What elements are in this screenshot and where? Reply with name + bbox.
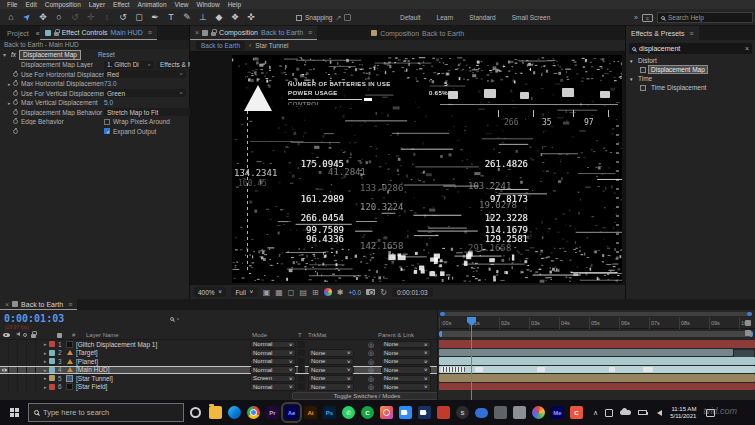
pick-whip-icon[interactable]: ◎ — [368, 349, 374, 356]
pick-whip-icon[interactable]: ◎ — [368, 366, 374, 373]
panel-menu-icon[interactable]: ≡ — [308, 29, 312, 36]
menu-item[interactable]: Composition — [41, 0, 85, 9]
blue-pill-app-icon[interactable] — [475, 408, 488, 418]
after-effects-icon[interactable]: Ae — [285, 406, 298, 419]
type-tool[interactable]: T — [164, 9, 178, 25]
video-toggle[interactable] — [0, 374, 9, 383]
solo-toggle[interactable] — [18, 340, 27, 349]
effects-search-box[interactable]: displacement × — [629, 43, 752, 54]
premiere-icon[interactable]: Pr — [266, 406, 279, 419]
stopwatch-icon[interactable] — [13, 110, 18, 115]
show-snapshot-icon[interactable]: ↻ — [380, 288, 387, 297]
lock-icon[interactable] — [54, 32, 59, 36]
layer-name[interactable]: [Star Field] — [76, 383, 107, 390]
toggle-switches-modes-button[interactable]: Toggle Switches / Modes — [292, 392, 442, 400]
layer-marker[interactable] — [609, 367, 615, 372]
property-value[interactable]: 73.0 — [104, 80, 117, 87]
snapping-checkbox[interactable] — [296, 15, 302, 21]
start-button[interactable] — [0, 408, 28, 417]
file-explorer-icon[interactable] — [209, 406, 222, 419]
lock-toggle[interactable] — [27, 374, 36, 383]
time-ruler[interactable]: :00s 01s 02s 03s 04s 05s 06s 07s 08s — [438, 317, 755, 329]
label-column-icon[interactable] — [57, 333, 62, 338]
layer-duration-bar[interactable] — [439, 374, 755, 382]
tab-composition-inactive[interactable]: Composition Back to Earth — [365, 30, 470, 37]
preserve-transparency-toggle[interactable] — [298, 349, 305, 356]
region-of-interest-icon[interactable]: ▤ — [299, 288, 307, 297]
roto-brush-tool[interactable]: ❖ — [228, 9, 242, 25]
preserve-transparency-toggle[interactable] — [298, 375, 305, 382]
layer-duration-bar[interactable] — [439, 340, 755, 348]
photos-icon[interactable] — [380, 406, 393, 419]
lock-toggle[interactable] — [27, 349, 36, 358]
sphere-app-icon[interactable]: S — [456, 406, 469, 419]
solo-toggle[interactable] — [18, 383, 27, 392]
audio-toggle[interactable] — [9, 367, 18, 374]
layer-name[interactable]: [Glitch Displacement Map 1] — [76, 341, 157, 348]
lock-toggle[interactable] — [27, 367, 36, 374]
index-column-header[interactable]: # — [72, 332, 75, 338]
parent-dropdown[interactable]: None∨ — [381, 366, 431, 374]
puppet-pin-tool[interactable]: ✜ — [244, 9, 258, 25]
audio-toggle[interactable] — [9, 383, 18, 392]
resolution-dropdown[interactable]: Full∨ — [231, 287, 257, 297]
tab-project[interactable]: Project — [0, 30, 36, 37]
layer-duration-bar[interactable] — [439, 383, 755, 391]
workspace-tab[interactable]: Small Screen — [512, 14, 551, 21]
stopwatch-icon[interactable] — [13, 72, 18, 77]
workspace-bar-icon[interactable]: ≡ — [642, 14, 653, 22]
stopwatch-icon[interactable] — [13, 119, 18, 124]
pan-camera-tool[interactable]: ✛ — [84, 9, 98, 25]
pick-whip-icon[interactable]: ◎ — [368, 341, 374, 348]
blend-mode-dropdown[interactable]: Normal∨ — [250, 341, 296, 349]
pick-whip-icon[interactable]: ◎ — [368, 375, 374, 382]
pick-whip-icon[interactable]: ◎ — [368, 358, 374, 365]
snap-extend-icon[interactable]: ↗ — [335, 14, 341, 22]
parent-dropdown[interactable]: None∨ — [381, 375, 431, 383]
effects-group-time[interactable]: ▾ Time — [626, 74, 755, 83]
parent-dropdown[interactable]: None∨ — [381, 358, 431, 366]
green-c-app-icon[interactable]: C — [361, 406, 374, 419]
layer-marker[interactable] — [441, 367, 465, 372]
orange-c-app-icon[interactable]: C — [570, 406, 583, 419]
panel-menu-icon[interactable]: ≡ — [690, 30, 694, 37]
menu-item[interactable]: Layer — [85, 0, 109, 9]
audio-toggle[interactable] — [9, 374, 18, 383]
gray-app-icon[interactable] — [494, 406, 507, 419]
trkmat-dropdown[interactable]: None∨ — [308, 375, 354, 383]
stopwatch-icon[interactable] — [13, 129, 18, 134]
layer-duration-bar[interactable] — [439, 357, 755, 365]
property-dropdown[interactable]: 1. Glitch Di∨ — [104, 61, 154, 69]
transparency-grid-icon[interactable]: ⊞ — [312, 288, 319, 297]
preserve-transparency-toggle[interactable] — [298, 366, 305, 373]
workspace-tab[interactable]: Default — [400, 14, 421, 21]
tray-chevron-icon[interactable]: ∧ — [593, 409, 598, 417]
taskbar-clock[interactable]: 11:15 AM 5/11/2021 — [670, 406, 696, 420]
layer-row[interactable]: ▸ 4 [Main HUD] Normal∨ None∨ ◎ None∨ — [0, 366, 437, 375]
tab-effects-presets[interactable]: Effects & Presets ≡ — [626, 26, 699, 40]
search-help-box[interactable]: Search Help — [657, 12, 753, 23]
expander-icon[interactable]: ▾ — [630, 58, 635, 64]
photoshop-icon[interactable]: Ps — [323, 406, 336, 419]
menu-item[interactable]: View — [171, 0, 193, 9]
magnification-dropdown[interactable]: 400%∨ — [194, 287, 226, 297]
mask-visibility-icon[interactable]: ◻ — [288, 288, 295, 297]
preserve-transparency-toggle[interactable] — [298, 383, 305, 390]
snap-frame-icon[interactable] — [344, 14, 351, 21]
video-toggle[interactable] — [0, 340, 9, 349]
layer-name[interactable]: [Planet] — [76, 358, 98, 365]
parent-column-header[interactable]: Parent & Link — [378, 332, 414, 338]
lock-toggle[interactable] — [27, 340, 36, 349]
timeline-horizontal-scrollbar[interactable] — [440, 312, 752, 316]
battery-icon[interactable] — [638, 410, 647, 415]
audio-column-icon[interactable] — [14, 332, 20, 336]
work-area-bar[interactable] — [439, 331, 753, 337]
blend-mode-dropdown[interactable]: Normal∨ — [250, 358, 296, 366]
layer-duration-bar[interactable] — [439, 366, 755, 374]
audio-toggle[interactable] — [9, 349, 18, 358]
layer-name[interactable]: [Star Tunnel] — [76, 375, 113, 382]
menu-item[interactable]: Window — [193, 0, 224, 9]
audio-toggle[interactable] — [9, 357, 18, 366]
menu-item[interactable]: Animation — [134, 0, 171, 9]
trkmat-dropdown[interactable]: None∨ — [308, 349, 354, 357]
